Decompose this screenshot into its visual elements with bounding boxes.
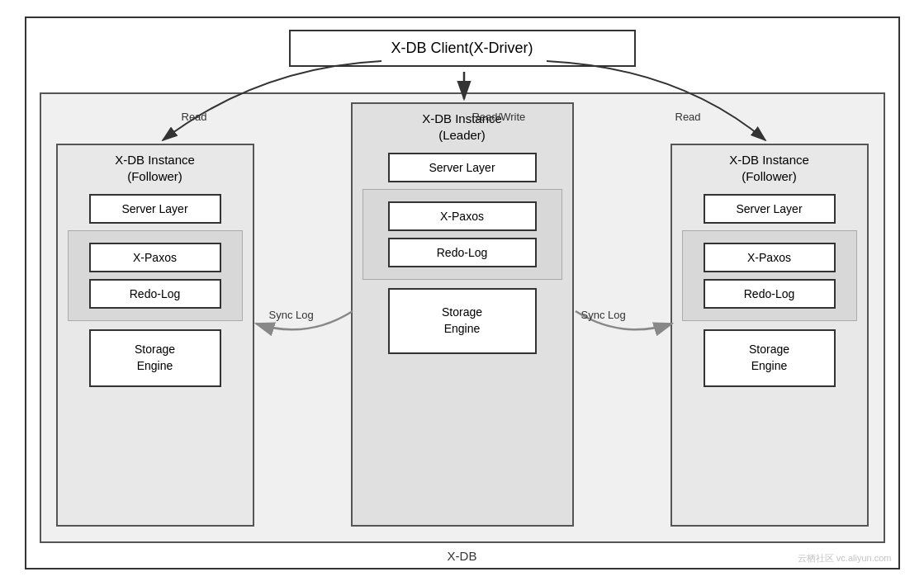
read-right-label: Read bbox=[675, 111, 701, 123]
left-redo-log: Redo-Log bbox=[89, 279, 221, 309]
left-inner-group: X-Paxos Redo-Log bbox=[68, 230, 243, 321]
center-storage-engine: StorageEngine bbox=[388, 288, 537, 354]
left-server-layer: Server Layer bbox=[89, 194, 221, 224]
left-x-paxos: X-Paxos bbox=[89, 243, 221, 272]
right-instance-title: X-DB Instance(Follower) bbox=[672, 145, 867, 187]
client-title: X-DB Client(X-Driver) bbox=[391, 40, 533, 56]
sync-log-left-label: Sync Log bbox=[269, 309, 314, 321]
diagram-wrapper: X-DB Client(X-Driver) X-DB Instance(Foll… bbox=[25, 17, 900, 569]
center-server-layer: Server Layer bbox=[388, 153, 537, 182]
right-server-layer: Server Layer bbox=[704, 194, 836, 224]
center-instance-title: X-DB Instance(Leader) bbox=[353, 104, 572, 146]
instance-right: X-DB Instance(Follower) Server Layer X-P… bbox=[670, 144, 869, 527]
center-inner-group: X-Paxos Redo-Log bbox=[362, 189, 562, 280]
sync-log-right-label: Sync Log bbox=[581, 309, 626, 321]
client-box: X-DB Client(X-Driver) bbox=[289, 30, 636, 67]
right-storage-engine: StorageEngine bbox=[704, 329, 836, 387]
read-left-label: Read bbox=[182, 111, 207, 123]
right-redo-log: Redo-Log bbox=[704, 279, 836, 309]
left-instance-title: X-DB Instance(Follower) bbox=[58, 145, 253, 187]
center-redo-log: Redo-Log bbox=[388, 238, 537, 267]
xdb-label: X-DB bbox=[448, 549, 477, 563]
right-x-paxos: X-Paxos bbox=[704, 243, 836, 272]
left-storage-engine: StorageEngine bbox=[89, 329, 221, 387]
xdb-outer: X-DB Instance(Follower) Server Layer X-P… bbox=[40, 92, 885, 543]
instance-center: X-DB Instance(Leader) Server Layer X-Pax… bbox=[351, 102, 574, 527]
instance-left: X-DB Instance(Follower) Server Layer X-P… bbox=[56, 144, 254, 527]
right-inner-group: X-Paxos Redo-Log bbox=[682, 230, 857, 321]
read-write-label: Read/Write bbox=[472, 111, 526, 123]
watermark: 云栖社区 vc.aliyun.com bbox=[798, 552, 892, 565]
center-x-paxos: X-Paxos bbox=[388, 201, 537, 231]
